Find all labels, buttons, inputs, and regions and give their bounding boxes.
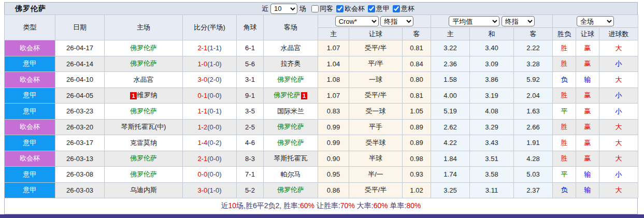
league-badge: 欧会杯 <box>5 151 55 167</box>
filter-1[interactable]: 欧会杯 <box>336 4 365 13</box>
match-date: 26-03-23 <box>55 104 105 120</box>
avg-home: 4.22 <box>431 135 470 151</box>
result-handicap: 赢 <box>576 88 599 104</box>
home-team[interactable]: 琴斯托霍瓦(中) <box>105 119 183 135</box>
match-row: 欧会杯26-04-17佛罗伦萨2-1(1-1)6-1水晶宫1.07受平/半0.8… <box>5 40 638 56</box>
match-score: 1-4(0-2) <box>183 135 237 151</box>
filter-checkbox-2[interactable] <box>368 5 375 12</box>
league-badge: 欧会杯 <box>5 119 55 135</box>
avg-draw: 3.86 <box>470 72 514 88</box>
result-handicap: 输 <box>576 182 599 198</box>
summary-part-7: 60% <box>374 201 388 210</box>
away-team[interactable]: 帕尔马 <box>264 167 318 183</box>
avg-draw: 3.58 <box>470 167 514 183</box>
result-wdl: 胜 <box>553 151 576 167</box>
filter-0[interactable]: 同客 <box>311 4 333 13</box>
match-score: 1-0(1-0) <box>183 56 237 72</box>
odds-away: 0.81 <box>403 88 431 104</box>
result-goals: 小 <box>599 104 638 120</box>
filter-checkbox-3[interactable] <box>393 5 400 12</box>
average-final-select[interactable]: 终指 <box>502 16 535 26</box>
half-time-score: (1-1) <box>207 44 221 52</box>
half-time-score: (0-2) <box>207 139 221 147</box>
odds-away: 0.89 <box>403 119 431 135</box>
bookmaker-final-select[interactable]: 终指 <box>380 16 413 26</box>
home-team[interactable]: 乌迪内斯 <box>105 182 183 198</box>
avg-home: 2.36 <box>431 56 470 72</box>
avg-draw: 4.08 <box>470 104 514 120</box>
away-team[interactable]: 佛罗伦萨 <box>264 119 318 135</box>
home-team[interactable]: 佛罗伦萨 <box>105 151 183 167</box>
summary-part-1: 10 <box>228 201 237 210</box>
half-time-score: (0-0) <box>207 123 221 131</box>
away-team[interactable]: 国际米兰 <box>264 104 318 120</box>
home-team[interactable]: 佛罗伦萨 <box>105 40 183 56</box>
away-team[interactable]: 水晶宫 <box>264 40 318 56</box>
col-header-away: 客场 <box>264 15 318 40</box>
handicap-line: 受半球 <box>349 135 403 151</box>
away-team[interactable]: 拉齐奥 <box>264 56 318 72</box>
filter-2[interactable]: 意甲 <box>368 4 390 13</box>
home-team[interactable]: 水晶宫 <box>105 72 183 88</box>
full-time-score: 3-0 <box>197 76 207 83</box>
avg-home: 5.19 <box>431 104 470 120</box>
odds-home: 0.99 <box>318 135 349 151</box>
home-team[interactable]: 克雷莫纳 <box>105 135 183 151</box>
filter-controls: 近 10 场 同客欧会杯意甲意杯 <box>260 3 414 14</box>
average-select[interactable]: 平均值 <box>449 16 499 26</box>
home-team[interactable]: 1维罗纳 <box>105 88 183 104</box>
avg-draw: 3.09 <box>470 56 514 72</box>
corner-score: 8-3 <box>237 151 264 167</box>
result-wdl: 胜 <box>553 119 576 135</box>
home-team[interactable]: 佛罗伦萨 <box>105 104 183 120</box>
away-team-name: 佛罗伦萨 <box>277 76 304 83</box>
away-team[interactable]: 佛罗伦萨 <box>264 72 318 88</box>
odds-away: 0.98 <box>403 151 431 167</box>
filter-3[interactable]: 意杯 <box>393 4 414 13</box>
league-badge: 意甲 <box>5 135 55 151</box>
filter-checkbox-1[interactable] <box>336 5 344 12</box>
match-row: 意甲26-03-23佛罗伦萨1-1(0-1)3-5国际米兰0.83受一球1.05… <box>5 104 638 120</box>
bookmaker-select[interactable]: Crow* <box>335 16 379 26</box>
handicap-line: 半/一 <box>349 167 403 183</box>
handicap-line: 一球 <box>349 72 403 88</box>
match-date: 26-03-17 <box>55 135 105 151</box>
avg-away: 1.91 <box>514 135 553 151</box>
summary-part-6: 大率: <box>355 201 374 210</box>
away-team-name: 水晶宫 <box>281 44 301 52</box>
odds-home: 0.86 <box>318 182 349 198</box>
odds-home: 0.95 <box>318 167 349 183</box>
corner-score: 5-6 <box>237 56 264 72</box>
summary-part-2: 场,胜6平2负2, 胜率: <box>236 201 300 210</box>
league-badge: 意甲 <box>5 56 55 72</box>
odds-away: 0.80 <box>403 72 431 88</box>
away-team[interactable]: 佛罗伦萨1 <box>264 88 318 104</box>
filter-checkbox-0[interactable] <box>311 5 319 12</box>
odds-away: 1.05 <box>403 104 431 120</box>
result-handicap: 赢 <box>576 119 599 135</box>
home-team[interactable]: 佛罗伦萨 <box>105 167 183 183</box>
match-count-select[interactable]: 10 <box>270 4 297 14</box>
avg-away: 2.04 <box>514 88 553 104</box>
home-team[interactable]: 佛罗伦萨 <box>105 56 183 72</box>
half-time-score: (0-0) <box>207 170 221 178</box>
away-team[interactable]: 佛罗伦萨 <box>264 182 318 198</box>
result-goals: 大 <box>599 40 638 56</box>
away-team[interactable]: 佛罗伦萨 <box>264 135 318 151</box>
sub-header-handicap: 让球 <box>349 28 403 40</box>
result-goals: 大 <box>599 151 638 167</box>
match-score: 3-0(2-0) <box>183 72 237 88</box>
bookmaker-select-cell: Crow* 终指 <box>318 15 431 28</box>
away-team-name: 佛罗伦萨 <box>274 91 300 99</box>
odds-away: 0.93 <box>403 167 431 183</box>
scope-select[interactable]: 全场 <box>577 16 614 26</box>
match-score: 2-1(0-0) <box>183 151 237 167</box>
result-goals: 大 <box>599 119 638 135</box>
col-header-date: 日期 <box>55 15 105 40</box>
matches-table: 类型 日期 主场 比分(半场) 角球 客场 Crow* 终指 平均值 <box>4 14 638 198</box>
away-team[interactable]: 琴斯托霍瓦 <box>264 151 318 167</box>
away-team-name: 佛罗伦萨 <box>277 123 304 130</box>
filter-group: 同客欧会杯意甲意杯 <box>308 4 414 13</box>
full-time-score: 2-1 <box>197 155 207 163</box>
summary-part-4: 让胜率: <box>314 201 340 210</box>
